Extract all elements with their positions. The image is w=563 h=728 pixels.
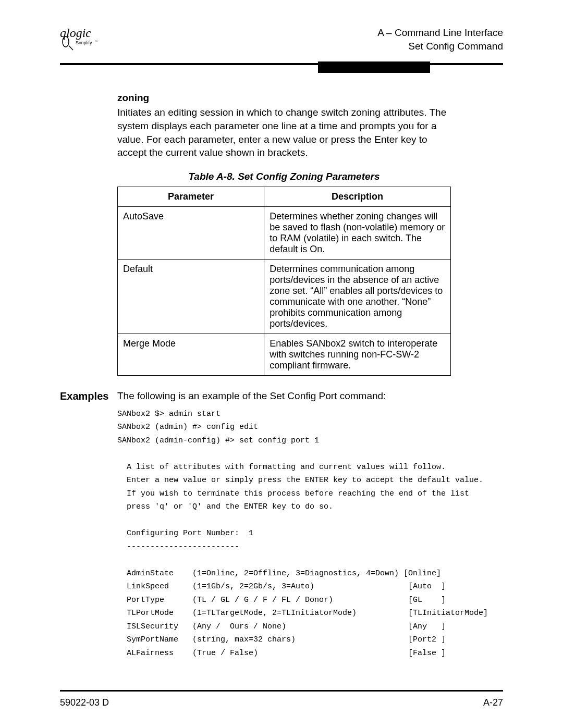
footer-doc-id: 59022-03 D	[60, 697, 109, 708]
section-tab	[318, 61, 430, 73]
examples-block: Examples The following is an example of …	[60, 390, 503, 402]
footer-rule	[60, 690, 503, 692]
col-header-parameter: Parameter	[118, 187, 264, 206]
header-title-block: A – Command Line Interface Set Config Co…	[377, 26, 503, 53]
example-code-block: SANbox2 $> admin start SANbox2 (admin) #…	[117, 408, 503, 660]
table-row: Merge Mode Enables SANbox2 switch to int…	[118, 334, 451, 375]
svg-text:™: ™	[95, 40, 98, 43]
table-row: Default Determines communication among p…	[118, 259, 451, 334]
col-header-description: Description	[264, 187, 451, 206]
param-desc: Determines communication among ports/dev…	[264, 259, 451, 334]
param-desc: Enables SANbox2 switch to interoperate w…	[264, 334, 451, 375]
page-footer: 59022-03 D A-27	[60, 697, 503, 708]
brand-logo: qlogic Simplify ™	[60, 26, 117, 51]
table-row: AutoSave Determines whether zoning chang…	[118, 206, 451, 259]
param-desc: Determines whether zoning changes will b…	[264, 206, 451, 259]
examples-intro: The following is an example of the Set C…	[117, 390, 386, 402]
table-caption: Table A-8. Set Config Zoning Parameters	[117, 171, 451, 182]
page-header: qlogic Simplify ™ A – Command Line Inter…	[60, 26, 503, 62]
param-name: Default	[118, 259, 264, 334]
header-chapter: A – Command Line Interface	[377, 26, 503, 40]
section-heading: zoning	[117, 92, 503, 104]
examples-label: Examples	[60, 390, 117, 402]
svg-line-2	[69, 46, 73, 51]
param-name: Merge Mode	[118, 334, 264, 375]
param-name: AutoSave	[118, 206, 264, 259]
section-body: Initiates an editing session in which to…	[117, 106, 451, 159]
footer-page-number: A-27	[483, 697, 503, 708]
params-table: Parameter Description AutoSave Determine…	[117, 187, 451, 376]
svg-text:Simplify: Simplify	[76, 40, 92, 45]
header-subtitle: Set Config Command	[377, 40, 503, 53]
svg-text:qlogic: qlogic	[60, 26, 91, 40]
